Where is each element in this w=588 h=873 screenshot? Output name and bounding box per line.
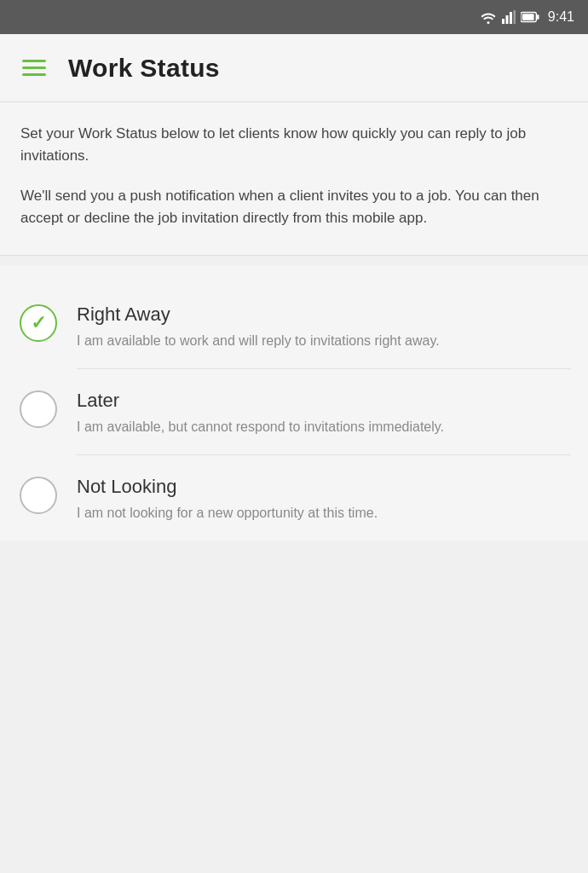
description-paragraph-2: We'll send you a push notification when … [20, 185, 568, 230]
option-title-not-looking: Not Looking [77, 476, 571, 498]
description-paragraph-1: Set your Work Status below to let client… [20, 123, 568, 168]
svg-rect-2 [510, 12, 512, 24]
svg-rect-0 [502, 19, 504, 24]
hamburger-line-3 [22, 73, 46, 76]
options-section: ✓ Right Away I am available to work and … [0, 266, 588, 541]
radio-circle-not-looking [20, 477, 57, 514]
option-description-later: I am available, but cannot respond to in… [77, 417, 571, 437]
option-description-not-looking: I am not looking for a new opportunity a… [77, 503, 571, 523]
status-time: 9:41 [548, 9, 574, 25]
status-icons: 9:41 [480, 9, 574, 25]
checkmark-icon: ✓ [31, 314, 46, 332]
option-content-later: Later I am available, but cannot respond… [77, 386, 571, 437]
wifi-icon [480, 10, 497, 24]
option-right-away[interactable]: ✓ Right Away I am available to work and … [17, 283, 571, 368]
hamburger-line-2 [22, 66, 46, 69]
option-content-not-looking: Not Looking I am not looking for a new o… [77, 472, 571, 523]
battery-icon [521, 11, 539, 23]
status-bar: 9:41 [0, 0, 588, 34]
hamburger-line-1 [22, 60, 46, 62]
svg-rect-5 [537, 14, 539, 20]
radio-circle-later [20, 390, 57, 428]
option-not-looking[interactable]: Not Looking I am not looking for a new o… [17, 455, 571, 541]
radio-not-looking[interactable] [17, 474, 60, 517]
svg-rect-6 [522, 14, 534, 20]
signal-icon [502, 10, 516, 24]
hamburger-menu-button[interactable] [17, 55, 51, 81]
header: Work Status [0, 34, 588, 102]
radio-circle-right-away: ✓ [20, 304, 57, 342]
option-description-right-away: I am available to work and will reply to… [77, 331, 571, 351]
option-content-right-away: Right Away I am available to work and wi… [77, 300, 571, 351]
page-title: Work Status [68, 54, 220, 83]
option-title-later: Later [77, 390, 571, 412]
svg-rect-1 [505, 15, 508, 24]
radio-later[interactable] [17, 388, 60, 431]
description-section: Set your Work Status below to let client… [0, 102, 588, 256]
radio-right-away[interactable]: ✓ [17, 302, 60, 344]
svg-rect-3 [513, 10, 516, 24]
option-title-right-away: Right Away [77, 304, 571, 326]
option-later[interactable]: Later I am available, but cannot respond… [17, 369, 571, 454]
